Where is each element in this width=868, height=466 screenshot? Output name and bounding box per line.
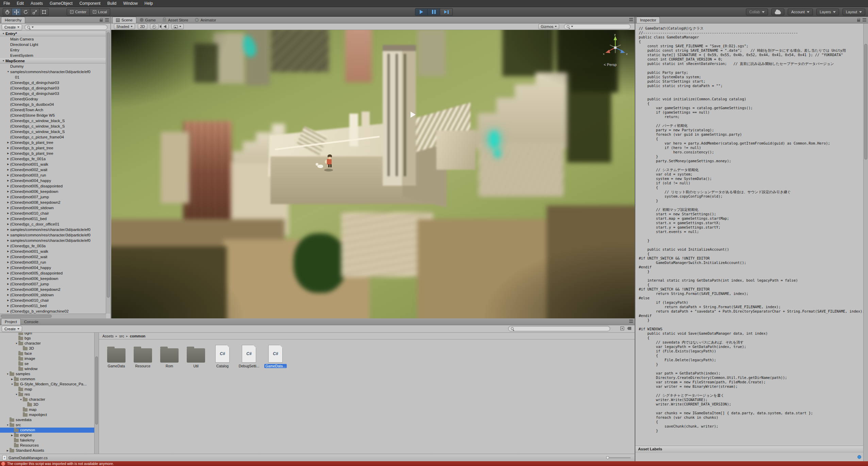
fold-right-icon[interactable]: ▶ — [6, 200, 10, 205]
panel-menu-icon[interactable] — [863, 18, 866, 21]
2d-toggle[interactable]: 2D — [138, 24, 147, 29]
inspector-scrollbar[interactable] — [863, 23, 868, 461]
project-tree-item[interactable]: ▶common — [0, 377, 94, 382]
audio-toggle[interactable] — [161, 24, 169, 29]
account-button[interactable]: Account — [788, 9, 813, 15]
fold-down-icon[interactable]: ▼ — [6, 422, 10, 428]
project-tree-item[interactable]: bgs — [0, 336, 94, 341]
tab-scene[interactable]: Scene — [112, 17, 136, 23]
hierarchy-vertical-scrollbar[interactable] — [106, 31, 111, 314]
project-tree-item[interactable]: image — [0, 356, 94, 361]
hierarchy-item[interactable]: (Cloned)Godray — [0, 96, 106, 102]
hierarchy-item[interactable]: ▶(Cloned)mot011_bed — [0, 216, 106, 221]
project-tree-item[interactable]: ▶engine — [0, 433, 94, 438]
lighting-toggle[interactable] — [150, 24, 158, 29]
hierarchy-item[interactable]: ▶(Cloned)gs_c_door_office01 — [0, 221, 106, 227]
project-tree-item[interactable]: face — [0, 351, 94, 356]
scene-viewport[interactable]: y x z < Persp — [111, 30, 635, 318]
pan-tool-button[interactable] — [3, 8, 12, 16]
gizmos-dropdown[interactable]: Gizmos — [538, 24, 559, 29]
asset-item[interactable]: C#Catalog — [212, 343, 233, 368]
project-tree-item[interactable]: ▼res — [0, 392, 94, 397]
fold-down-icon[interactable]: ▼ — [1, 31, 5, 36]
hierarchy-item[interactable]: ▶(Cloned)mot003_run — [0, 172, 106, 178]
hierarchy-item[interactable]: ▶(Cloned)gs_b_plant_tree — [0, 140, 106, 145]
project-tree-item[interactable]: ▼G-Style_Modern_City_Resource_Pa... — [0, 382, 94, 387]
project-tree-item[interactable]: ▶Standard Assets — [0, 448, 94, 453]
fold-right-icon[interactable]: ▶ — [6, 178, 10, 183]
hierarchy-item[interactable]: ▶(Cloned)mot004_happy — [0, 265, 106, 270]
hierarchy-item[interactable]: ▶(Cloned)mot003_run — [0, 260, 106, 265]
project-tree-item[interactable]: ▼character — [0, 341, 94, 346]
asset-item[interactable]: C#GameData... — [265, 343, 286, 368]
scrollbar-thumb[interactable] — [107, 32, 110, 298]
hierarchy-item[interactable]: ▶(Cloned)gs_b_plant_tree — [0, 145, 106, 151]
hierarchy-item[interactable]: Entry — [0, 47, 106, 53]
audio-source-gizmo-icon[interactable] — [411, 112, 416, 118]
hierarchy-item[interactable]: ▶(Cloned)mot006_keepdown — [0, 189, 106, 194]
hierarchy-item[interactable]: Directional Light — [0, 42, 106, 47]
project-tree-scrollbar[interactable] — [94, 333, 99, 454]
hierarchy-item[interactable]: Main Camera — [0, 36, 106, 42]
scrollbar-thumb[interactable] — [864, 44, 867, 160]
hierarchy-item[interactable]: ▶(Cloned)mot008_keepdown2 — [0, 200, 106, 205]
fold-right-icon[interactable]: ▶ — [6, 162, 10, 167]
hierarchy-item[interactable]: ▶(Cloned)mot008_keepdown2 — [0, 287, 106, 292]
project-tree-item[interactable]: ▼src — [0, 422, 94, 428]
panel-menu-icon[interactable] — [629, 18, 633, 21]
menu-file[interactable]: File — [0, 0, 13, 7]
fold-right-icon[interactable]: ▶ — [6, 287, 10, 292]
hierarchy-item[interactable]: ▼samples/common/res/character/3d/particl… — [0, 69, 106, 74]
hierarchy-item[interactable]: ▶(Cloned)gs_fe_001a — [0, 156, 106, 162]
project-tree-item[interactable]: ▼character — [0, 397, 94, 402]
fold-right-icon[interactable]: ▶ — [6, 232, 10, 238]
menu-edit[interactable]: Edit — [13, 0, 27, 7]
hierarchy-item[interactable]: ▶(Cloned)gs_fe_003a — [0, 243, 106, 249]
hierarchy-item[interactable]: (Cloned)gs_c_window_black_S — [0, 123, 106, 129]
hierarchy-search-input[interactable] — [35, 25, 105, 29]
pivot-toggle-button[interactable]: Center — [67, 8, 90, 16]
hierarchy-item[interactable]: ▶(Cloned)mot007_jump — [0, 281, 106, 287]
hierarchy-item[interactable]: EventSystem — [0, 53, 106, 58]
layers-button[interactable]: Layers — [816, 9, 839, 15]
thumbnail-zoom-slider[interactable] — [606, 457, 631, 458]
fold-down-icon[interactable]: ▼ — [19, 397, 23, 402]
fold-right-icon[interactable]: ▶ — [6, 254, 10, 260]
menu-component[interactable]: Component — [76, 0, 104, 7]
step-button[interactable] — [440, 8, 453, 16]
project-tree-item[interactable]: fakekmy — [0, 438, 94, 443]
asset-item[interactable]: Util — [185, 343, 207, 368]
hierarchy-item[interactable]: (Cloned)Stone Bridge W5 — [0, 113, 106, 118]
hierarchy-item[interactable]: 01 — [0, 74, 106, 80]
asset-item[interactable]: Rom — [158, 343, 180, 368]
tab-asset-store[interactable]: Asset Store — [159, 17, 191, 23]
project-tree-item[interactable]: mapobject — [0, 412, 94, 417]
fold-right-icon[interactable]: ▶ — [6, 227, 10, 232]
fold-right-icon[interactable]: ▶ — [6, 260, 10, 265]
fold-right-icon[interactable]: ▶ — [6, 167, 10, 172]
project-tree-item[interactable]: map — [0, 387, 94, 392]
hierarchy-item[interactable]: ▶(Cloned)mot010_chair — [0, 298, 106, 303]
hierarchy-item[interactable]: ▶(Cloned)gs_b_plant_tree — [0, 151, 106, 156]
breadcrumb-segment-current[interactable]: common — [130, 334, 146, 338]
pause-button[interactable] — [428, 8, 440, 16]
hierarchy-item[interactable]: ▼Entry* — [0, 31, 106, 36]
project-tree-item[interactable]: Resources — [0, 443, 94, 448]
slider-knob[interactable] — [606, 456, 609, 459]
fold-right-icon[interactable]: ▶ — [6, 238, 10, 243]
tab-animator[interactable]: Animator — [191, 17, 219, 23]
hierarchy-item[interactable]: ▶(Cloned)mot007_jump — [0, 194, 106, 200]
hierarchy-item[interactable]: (Cloned)gs_d_diningchair03 — [0, 85, 106, 91]
rotate-tool-button[interactable] — [21, 8, 30, 16]
play-button[interactable] — [415, 8, 428, 16]
fold-right-icon[interactable]: ▶ — [6, 281, 10, 287]
move-tool-button[interactable] — [12, 8, 21, 16]
project-tree-item[interactable]: window — [0, 366, 94, 371]
breadcrumb-segment[interactable]: src — [119, 334, 124, 338]
fold-right-icon[interactable]: ▶ — [6, 221, 10, 227]
hierarchy-item[interactable]: ▶samples/common/res/character/3d/particl… — [0, 238, 106, 243]
fold-down-icon[interactable]: ▼ — [15, 341, 18, 346]
scene-search-input[interactable] — [574, 24, 628, 29]
fold-down-icon[interactable]: ▼ — [1, 58, 5, 64]
tab-game[interactable]: Game — [136, 17, 159, 23]
